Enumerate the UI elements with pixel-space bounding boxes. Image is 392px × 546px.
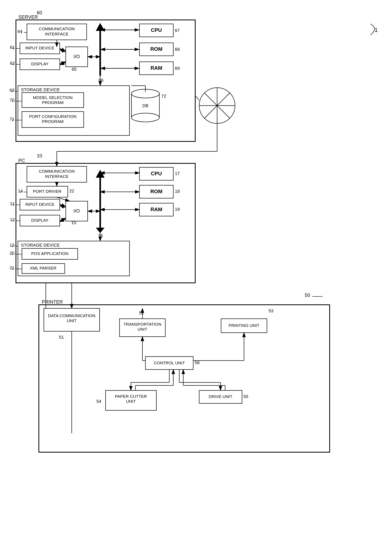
svg-rect-38 bbox=[22, 111, 84, 128]
svg-text:UNIT: UNIT bbox=[138, 327, 147, 332]
svg-point-46 bbox=[131, 113, 159, 122]
svg-rect-32 bbox=[22, 93, 84, 108]
svg-text:67: 67 bbox=[175, 28, 180, 33]
pc-storage-label: STORAGE DEVICE bbox=[21, 243, 60, 248]
svg-rect-98 bbox=[119, 319, 165, 337]
svg-text:14: 14 bbox=[18, 188, 23, 193]
svg-rect-54 bbox=[16, 163, 195, 283]
svg-rect-88 bbox=[22, 264, 65, 273]
svg-text:65: 65 bbox=[72, 67, 77, 72]
svg-rect-25 bbox=[66, 47, 88, 67]
svg-text:PORT CONFIGURATION: PORT CONFIGURATION bbox=[29, 114, 77, 119]
svg-text:61: 61 bbox=[10, 45, 15, 50]
svg-marker-132 bbox=[96, 228, 105, 233]
svg-line-129 bbox=[57, 197, 70, 201]
svg-text:19: 19 bbox=[175, 207, 180, 212]
svg-text:21: 21 bbox=[10, 265, 14, 270]
printer-drive: DRIVE UNIT bbox=[209, 394, 232, 399]
svg-text:66: 66 bbox=[98, 78, 103, 83]
svg-rect-101 bbox=[221, 319, 267, 333]
svg-text:15: 15 bbox=[71, 220, 76, 225]
svg-point-49 bbox=[199, 88, 235, 124]
svg-rect-80 bbox=[18, 241, 130, 276]
svg-text:UNIT: UNIT bbox=[67, 318, 77, 323]
printer-transport: TRANSPORTATION bbox=[124, 322, 161, 326]
svg-text:64: 64 bbox=[18, 29, 22, 34]
server-db: DB bbox=[142, 103, 149, 108]
server-rom: ROM bbox=[150, 46, 163, 52]
svg-rect-28 bbox=[18, 86, 130, 136]
server-ram: RAM bbox=[150, 65, 162, 71]
pc-comm-interface: COMMUNICATION bbox=[39, 169, 75, 174]
svg-line-123 bbox=[60, 63, 66, 65]
svg-rect-58 bbox=[27, 186, 68, 197]
pc-pos-app: POS APPLICATION bbox=[31, 251, 68, 256]
svg-text:11: 11 bbox=[10, 201, 15, 206]
pc-input-device: INPUT DEVICE bbox=[25, 202, 55, 207]
svg-text:10: 10 bbox=[37, 153, 42, 158]
svg-text:70: 70 bbox=[10, 98, 14, 103]
svg-line-140 bbox=[60, 219, 66, 222]
svg-line-52 bbox=[205, 93, 230, 118]
printer-paper-cutter: PAPER CUTTER bbox=[115, 394, 147, 399]
svg-text:68: 68 bbox=[175, 47, 180, 52]
svg-rect-67 bbox=[139, 203, 173, 216]
svg-text:51: 51 bbox=[59, 335, 64, 340]
svg-rect-10 bbox=[139, 24, 173, 37]
svg-rect-56 bbox=[27, 166, 87, 182]
svg-text:1: 1 bbox=[374, 26, 378, 33]
svg-text:20: 20 bbox=[10, 251, 14, 256]
svg-text:50: 50 bbox=[305, 292, 310, 298]
svg-rect-13 bbox=[139, 43, 173, 56]
pc-rom: ROM bbox=[150, 188, 163, 195]
svg-text:56: 56 bbox=[195, 360, 200, 365]
svg-line-138 bbox=[60, 205, 66, 208]
svg-marker-131 bbox=[96, 170, 105, 178]
svg-rect-21 bbox=[20, 59, 60, 70]
svg-rect-63 bbox=[139, 167, 173, 180]
svg-rect-103 bbox=[145, 357, 193, 370]
svg-text:71: 71 bbox=[10, 117, 14, 122]
svg-text:INTERFACE: INTERFACE bbox=[45, 32, 69, 36]
svg-rect-65 bbox=[139, 185, 173, 198]
svg-text:17: 17 bbox=[175, 171, 180, 176]
svg-text:UNIT: UNIT bbox=[126, 399, 136, 403]
pc-cpu: CPU bbox=[151, 170, 162, 176]
svg-text:22: 22 bbox=[69, 188, 74, 193]
svg-rect-17 bbox=[20, 43, 60, 54]
svg-text:18: 18 bbox=[175, 189, 180, 194]
pc-ram: RAM bbox=[150, 206, 162, 212]
svg-rect-15 bbox=[139, 62, 173, 75]
svg-rect-73 bbox=[20, 215, 60, 226]
svg-text:12: 12 bbox=[10, 217, 15, 222]
server-label: SERVER bbox=[18, 14, 38, 20]
svg-line-120 bbox=[60, 48, 66, 51]
svg-text:69: 69 bbox=[175, 66, 180, 71]
svg-rect-105 bbox=[105, 390, 156, 410]
svg-text:55: 55 bbox=[243, 394, 248, 399]
pc-io: I/O bbox=[73, 208, 80, 214]
svg-rect-108 bbox=[199, 390, 242, 403]
diagram-container: SERVER 60 COMMUNICATION INTERFACE 64 CPU… bbox=[0, 0, 392, 546]
server-comm-interface: COMMUNICATION bbox=[39, 26, 75, 31]
svg-rect-84 bbox=[22, 248, 78, 259]
printer-printing: PRINTING UNIT bbox=[229, 323, 259, 328]
pc-xml-parser: XML PARSER bbox=[30, 266, 56, 270]
svg-line-137 bbox=[60, 204, 66, 207]
svg-line-139 bbox=[60, 218, 66, 221]
svg-rect-69 bbox=[20, 199, 60, 210]
server-display: DISPLAY bbox=[31, 62, 48, 66]
svg-rect-3 bbox=[16, 20, 195, 141]
svg-text:72: 72 bbox=[161, 94, 166, 99]
svg-text:53: 53 bbox=[268, 308, 273, 313]
printer-control: CONTROL UNIT bbox=[154, 361, 185, 365]
svg-rect-77 bbox=[66, 201, 88, 221]
svg-text:MODEL SELECTION: MODEL SELECTION bbox=[33, 95, 73, 100]
diagram-svg: SERVER 60 COMMUNICATION INTERFACE 64 CPU… bbox=[0, 0, 392, 546]
svg-point-45 bbox=[131, 89, 159, 98]
svg-text:16: 16 bbox=[98, 233, 103, 238]
svg-text:52: 52 bbox=[139, 310, 144, 315]
printer-data-comm: DATA COMMUNICATION bbox=[48, 313, 95, 318]
svg-marker-112 bbox=[96, 23, 105, 31]
svg-line-121 bbox=[60, 49, 66, 52]
